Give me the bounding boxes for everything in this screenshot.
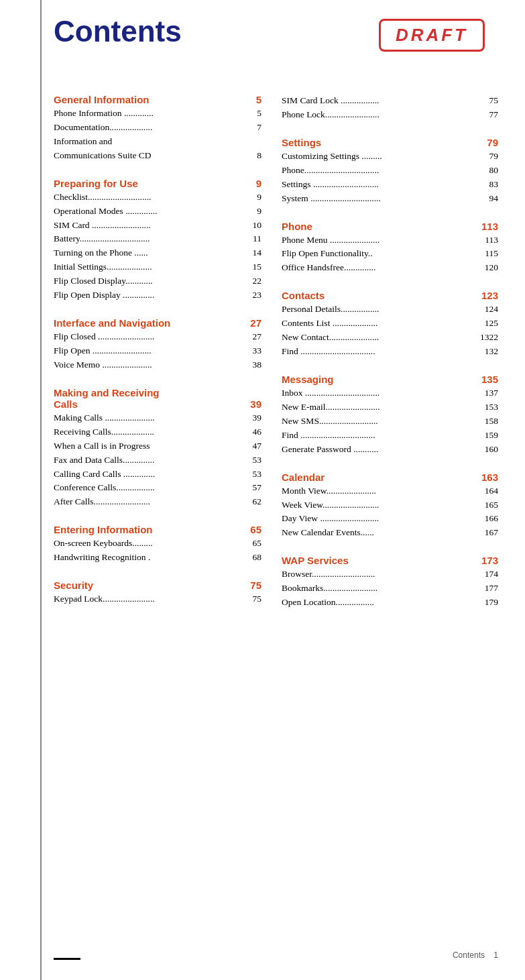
toc-entry: Voice Memo ......................38	[54, 358, 261, 372]
section-heading-phone: Phone113	[282, 221, 498, 232]
toc-entry: Making Calls ......................39	[54, 411, 261, 425]
entry-page: 1322	[480, 331, 498, 345]
toc-entry: SIM Card Lock .................75	[282, 94, 498, 108]
entry-title: Phone Lock........................	[282, 108, 489, 122]
entry-page: 174	[485, 567, 498, 582]
toc-section-phone: Phone113Phone Menu .....................…	[282, 221, 498, 276]
toc-entry: Initial Settings....................15	[54, 260, 261, 274]
entry-title: System ...............................	[282, 192, 489, 206]
section-heading-contacts: Contacts123	[282, 290, 498, 301]
toc-entry: Communications Suite CD8	[54, 149, 261, 163]
entry-title: Bookmarks........................	[282, 582, 485, 596]
entry-page: 158	[485, 415, 498, 429]
toc-entry: On-screen Keyboards.........65	[54, 537, 261, 551]
entry-title: Customizing Settings .........	[282, 150, 489, 164]
entry-page: 9	[257, 205, 261, 219]
entry-title: Inbox .................................	[282, 386, 485, 400]
right-column: SIM Card Lock .................75Phone L…	[261, 94, 498, 624]
entry-page: 68	[253, 551, 262, 565]
entry-page: 115	[485, 247, 498, 261]
entry-title: New Contact......................	[282, 331, 480, 345]
entry-page: 5	[257, 107, 261, 121]
entry-page: 33	[253, 344, 262, 358]
entry-page: 159	[485, 429, 498, 443]
draft-label: DRAFT	[396, 25, 468, 45]
toc-entry: Flip Open Functionality..115	[282, 247, 498, 261]
entry-title: New Calendar Events......	[282, 526, 485, 540]
entry-page: 75	[489, 94, 499, 108]
entry-title: Office Handsfree..............	[282, 261, 485, 275]
toc-entry: Settings .............................83	[282, 178, 498, 192]
toc-entry: Open Location.................179	[282, 596, 498, 610]
toc-entry: System ...............................94	[282, 192, 498, 206]
toc-entry: Operational Modes ..............9	[54, 205, 261, 219]
toc-entry: Receiving Calls...................46	[54, 425, 261, 439]
section-page-num: 123	[481, 290, 498, 301]
entry-page: 79	[489, 150, 499, 164]
entry-page: 75	[253, 592, 262, 606]
toc-entry: Generate Password ...........160	[282, 443, 498, 457]
section-heading-settings: Settings79	[282, 137, 498, 148]
section-heading-making-and-receiving-calls: Making and ReceivingCalls39	[54, 387, 261, 410]
entry-page: 177	[485, 582, 498, 596]
entry-page: 113	[485, 233, 498, 248]
toc-entry: Phone.................................80	[282, 164, 498, 178]
entry-title: Calling Card Calls ..............	[54, 468, 253, 482]
toc-entry: Phone Information .............5	[54, 107, 261, 121]
entry-title: Turning on the Phone ......	[54, 246, 253, 260]
entry-page: 10	[253, 219, 262, 233]
entry-title: Keypad Lock.......................	[54, 592, 253, 606]
page: Contents DRAFT General Information5Phone…	[0, 0, 525, 980]
entry-title: Browser............................	[282, 567, 485, 582]
entry-title: New SMS..........................	[282, 415, 485, 429]
entry-title: Documentation...................	[54, 121, 257, 135]
toc-section-calendar: Calendar163Month View...................…	[282, 472, 498, 541]
heading-text: Calendar	[282, 472, 325, 483]
toc-entry: Information and	[54, 135, 261, 149]
toc-entry: Week View.........................165	[282, 498, 498, 512]
entry-page: 125	[485, 317, 498, 331]
footer-page: 1	[493, 950, 498, 960]
entry-page: 53	[253, 453, 262, 468]
toc-entry: Month View......................164	[282, 484, 498, 498]
entry-title: Fax and Data Calls..............	[54, 453, 253, 468]
toc-section-sim-security: SIM Card Lock .................75Phone L…	[282, 94, 498, 122]
toc-entry: Bookmarks........................177	[282, 582, 498, 596]
toc-entry: Day View ..........................166	[282, 512, 498, 526]
section-page-num: 65	[250, 524, 261, 535]
heading-text: Security	[54, 580, 93, 591]
entry-page: 132	[485, 345, 498, 359]
entry-title: Checklist............................	[54, 190, 257, 205]
entry-title: Flip Open Display ..............	[54, 288, 253, 303]
toc-entry: Keypad Lock.......................75	[54, 592, 261, 606]
section-heading-general-information: General Information5	[54, 94, 261, 105]
footer: Contents 1	[453, 950, 498, 960]
heading-line1: Making and Receiving	[54, 387, 261, 398]
toc-entry: Battery...............................11	[54, 232, 261, 246]
entry-page: 137	[485, 386, 498, 400]
entry-page: 124	[485, 303, 498, 317]
entry-page: 46	[253, 425, 262, 439]
entry-page: 94	[489, 192, 499, 206]
entry-page: 14	[253, 246, 262, 260]
toc-entry: Personal Details.................124	[282, 303, 498, 317]
toc-section-entering-information: Entering Information65On-screen Keyboard…	[54, 524, 261, 565]
toc-entry: Flip Closed Display............22	[54, 274, 261, 288]
entry-page: 22	[253, 274, 262, 288]
entry-page: 57	[253, 481, 262, 495]
entry-page: 8	[257, 149, 261, 163]
entry-title: Find .................................	[282, 345, 485, 359]
toc-entry: Fax and Data Calls..............53	[54, 453, 261, 468]
entry-title: Flip Open Functionality..	[282, 247, 485, 261]
section-page-num: 27	[250, 317, 261, 329]
heading-text: Settings	[282, 137, 321, 148]
entry-title: Personal Details.................	[282, 303, 485, 317]
heading-line2: Calls	[54, 398, 78, 410]
entry-page: 80	[489, 164, 499, 178]
footer-label: Contents	[453, 950, 485, 960]
entry-page: 166	[485, 512, 498, 526]
section-page-num: 135	[481, 374, 498, 385]
toc-entry: New Calendar Events......167	[282, 526, 498, 540]
heading-text: WAP Services	[282, 555, 349, 566]
entry-title: Find .................................	[282, 429, 485, 443]
